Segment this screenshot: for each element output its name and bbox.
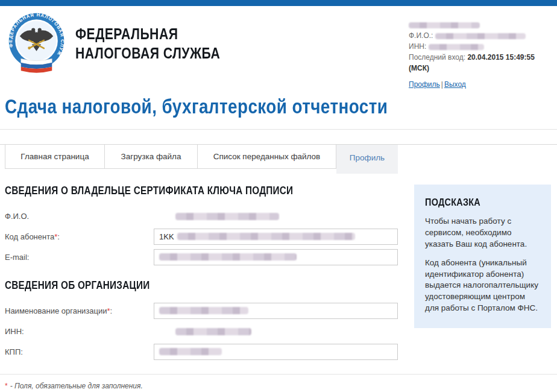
page-title: Сдача налоговой, бухгалтерской отчетност…	[5, 95, 388, 118]
abonent-code-row: Код абонента*: 1KK	[5, 226, 398, 247]
user-info-panel: Ф.И.О.: ИНН: Последний вход: 20.04.2015 …	[409, 11, 551, 90]
logout-link[interactable]: Выход	[444, 80, 466, 89]
required-fields-note: *- Поля, обязательные для заполнения.	[5, 382, 557, 390]
org-name-value-redacted	[159, 307, 248, 314]
email-input[interactable]	[154, 249, 398, 265]
section-certificate-owner-title: СВЕДЕНИЯ О ВЛАДЕЛЬЦЕ СЕРТИФИКАТА КЛЮЧА П…	[5, 185, 293, 197]
abonent-code-label: Код абонента	[5, 232, 54, 241]
tab-sent-files-list[interactable]: Список переданных файлов	[198, 145, 336, 169]
user-fio-label: Ф.И.О.:	[409, 31, 433, 40]
link-separator: |	[441, 80, 443, 89]
brand-title: ФЕДЕРАЛЬНАЯ НАЛОГОВАЯ СЛУЖБА	[75, 11, 246, 63]
org-name-input[interactable]	[154, 303, 398, 319]
user-fio-row: Ф.И.О.:	[409, 30, 551, 41]
tab-home[interactable]: Главная страница	[5, 145, 105, 169]
org-kpp-row: КПП:	[5, 341, 398, 362]
user-inn-row: ИНН:	[409, 41, 551, 52]
email-label: E-mail:	[5, 253, 154, 262]
hint-paragraph-1: Чтобы начать работу с сервисом, необходи…	[425, 216, 540, 250]
title-divider	[0, 129, 557, 130]
fio-value-redacted	[154, 212, 279, 221]
fio-row: Ф.И.О.	[5, 206, 398, 226]
russian-flag-ribbon	[21, 58, 52, 72]
org-name-row: Наименование организации*:	[5, 300, 398, 321]
last-login-label: Последний вход:	[409, 53, 465, 62]
fns-logo: ФЕДЕРАЛЬНАЯ НАЛОГОВАЯ СЛУЖБА	[5, 11, 68, 75]
org-name-label: Наименование организации	[5, 306, 107, 315]
hint-paragraph-2: Код абонента (уникальный идентификатор а…	[425, 258, 540, 314]
label-colon: :	[57, 232, 60, 241]
user-links: Профиль|Выход	[409, 79, 551, 90]
abonent-code-value-redacted	[177, 233, 355, 240]
tab-file-upload[interactable]: Загрузка файла	[105, 145, 198, 169]
footnote-asterisk: *	[5, 382, 8, 390]
user-org-redacted	[409, 19, 551, 30]
org-inn-row: ИНН:	[5, 321, 398, 341]
hint-title: ПОДСКАЗКА	[425, 197, 480, 209]
top-accent-bar	[0, 0, 557, 6]
abonent-code-value-prefix: 1KK	[159, 232, 174, 241]
org-inn-label: ИНН:	[5, 327, 154, 336]
footer-divider	[0, 374, 557, 375]
user-inn-label: ИНН:	[409, 42, 426, 51]
org-kpp-value-redacted	[159, 348, 222, 355]
email-value-redacted	[159, 253, 297, 261]
abonent-code-input[interactable]: 1KK	[154, 229, 398, 245]
user-fio-redacted	[435, 33, 526, 39]
org-inn-value-redacted	[154, 327, 251, 336]
tab-profile[interactable]: Профиль	[336, 145, 398, 174]
profile-form: СВЕДЕНИЯ О ВЛАДЕЛЬЦЕ СЕРТИФИКАТА КЛЮЧА П…	[5, 185, 398, 362]
fio-label: Ф.И.О.	[5, 212, 154, 221]
last-login-row: Последний вход: 20.04.2015 15:49:55 (МСК…	[409, 52, 551, 74]
tab-bar: Главная страница Загрузка файла Список п…	[0, 144, 557, 169]
user-inn-redacted	[429, 44, 484, 50]
header: ФЕДЕРАЛЬНАЯ НАЛОГОВАЯ СЛУЖБА ФЕДЕРАЛЬНАЯ…	[0, 6, 557, 90]
brand-line2: НАЛОГОВАЯ СЛУЖБА	[75, 45, 220, 62]
profile-link[interactable]: Профиль	[409, 80, 440, 89]
section-organization-title: СВЕДЕНИЯ ОБ ОРГАНИЗАЦИИ	[5, 279, 149, 292]
org-kpp-input[interactable]	[154, 344, 398, 360]
hint-box: ПОДСКАЗКА Чтобы начать работу с сервисом…	[414, 185, 551, 328]
email-row: E-mail:	[5, 247, 398, 267]
brand-line1: ФЕДЕРАЛЬНАЯ	[75, 25, 178, 42]
footnote-text: - Поля, обязательные для заполнения.	[10, 382, 143, 390]
org-kpp-label: КПП:	[5, 347, 154, 356]
label-colon: :	[110, 306, 113, 315]
